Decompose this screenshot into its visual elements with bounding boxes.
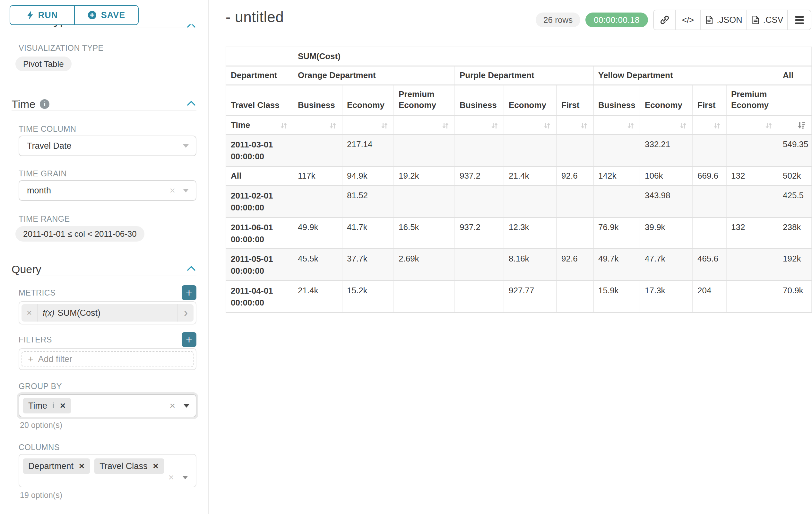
tag-label: Time xyxy=(28,401,47,411)
time-range-label: TIME RANGE xyxy=(19,214,196,224)
remove-metric-icon[interactable]: × xyxy=(22,304,37,322)
function-fx-icon: f(x) xyxy=(43,308,54,318)
time-column-value: Travel Date xyxy=(27,141,71,151)
pivot-value-cell: 465.6 xyxy=(693,249,726,281)
pivot-value-cell: 927.77 xyxy=(504,281,556,313)
columns-label: COLUMNS xyxy=(19,443,196,452)
sort-arrows-icon[interactable] xyxy=(580,120,589,130)
pivot-value-cell xyxy=(455,135,504,166)
caret-down-icon xyxy=(183,144,189,148)
time-grain-value: month xyxy=(27,186,51,196)
pivot-value-cell xyxy=(726,185,778,217)
remove-tag-icon[interactable]: ✕ xyxy=(60,402,66,410)
pivot-value-cell xyxy=(293,185,342,217)
row-count-badge: 26 rows xyxy=(536,12,580,27)
pivot-sort-cell xyxy=(556,116,593,135)
pivot-value-cell: 16.5k xyxy=(394,217,455,249)
sort-arrows-icon[interactable] xyxy=(328,120,337,130)
pivot-class-header: Economy xyxy=(640,85,693,116)
pivot-department-row-label: Department xyxy=(226,66,293,85)
remove-tag-icon[interactable]: ✕ xyxy=(79,462,85,470)
view-query-button[interactable]: </> xyxy=(676,10,701,30)
time-range-pill[interactable]: 2011-01-01 ≤ col < 2011-06-30 xyxy=(16,226,144,242)
group-by-select[interactable]: Time i ✕ × xyxy=(19,394,196,417)
pivot-value-cell: 49.7k xyxy=(593,249,640,281)
pivot-value-cell: 106k xyxy=(640,166,693,185)
pivot-sort-cell xyxy=(726,116,778,135)
share-link-button[interactable] xyxy=(654,10,676,30)
run-button[interactable]: RUN xyxy=(10,6,74,24)
sort-arrows-icon[interactable] xyxy=(713,120,722,130)
pivot-class-header: Premium Economy xyxy=(726,85,778,116)
x-clear-icon[interactable]: × xyxy=(170,186,175,195)
pivot-value-cell xyxy=(504,135,556,166)
pivot-table: SUM(Cost)DepartmentOrange DepartmentPurp… xyxy=(226,47,812,313)
pivot-sort-cell xyxy=(593,116,640,135)
add-metric-button[interactable]: + xyxy=(182,285,196,300)
pivot-class-header: Business xyxy=(455,85,504,116)
sort-arrows-icon[interactable] xyxy=(679,120,688,130)
metric-chip[interactable]: × f(x) SUM(Cost) › xyxy=(22,304,194,322)
divider xyxy=(11,110,196,111)
sort-arrows-icon[interactable] xyxy=(626,120,635,130)
export-csv-button[interactable]: .CSV xyxy=(747,10,788,30)
group-by-tag[interactable]: Time i ✕ xyxy=(23,398,71,413)
expand-metric-icon[interactable]: › xyxy=(177,304,194,322)
sort-arrows-icon[interactable] xyxy=(490,120,499,130)
pivot-class-header: Economy xyxy=(504,85,556,116)
viz-type-pill[interactable]: Pivot Table xyxy=(16,57,71,71)
sort-arrows-icon[interactable] xyxy=(441,120,450,130)
pivot-sort-cell xyxy=(455,116,504,135)
pivot-department-header: Purple Department xyxy=(455,66,593,85)
sidebar-scroll-area[interactable]: Chart Type VISUALIZATION TYPE Pivot Tabl… xyxy=(0,0,207,514)
sort-arrows-icon[interactable] xyxy=(380,120,389,130)
columns-tag[interactable]: Travel Class ✕ xyxy=(94,458,164,474)
time-column-select[interactable]: Travel Date xyxy=(19,136,196,156)
chart-title[interactable]: - untitled xyxy=(226,8,284,26)
more-options-button[interactable] xyxy=(788,10,811,30)
pivot-sort-cell xyxy=(640,116,693,135)
pivot-department-header: All xyxy=(778,66,811,85)
pivot-value-cell: 549.35 xyxy=(778,135,811,166)
pivot-value-cell xyxy=(455,185,504,217)
add-filter-dropzone[interactable]: + Add filter xyxy=(22,351,194,367)
sort-arrows-icon[interactable] xyxy=(543,120,552,130)
columns-select[interactable]: Department ✕ Travel Class ✕ × xyxy=(19,454,196,487)
columns-tag[interactable]: Department ✕ xyxy=(23,458,90,474)
time-sort-cell: Time xyxy=(231,120,288,130)
pivot-sort-cell xyxy=(693,116,726,135)
pivot-row: 2011-03-01 00:00:00217.14332.21549.35 xyxy=(226,135,811,166)
pivot-row: 2011-06-01 00:00:0049.9k41.7k16.5k937.21… xyxy=(226,217,811,249)
pivot-class-header: Premium Economy xyxy=(394,85,455,116)
pivot-value-cell: 332.21 xyxy=(640,135,693,166)
pivot-corner-cell xyxy=(226,47,293,66)
export-button-group: </> .JSON .CSV xyxy=(653,10,811,30)
pivot-value-cell: 132 xyxy=(726,166,778,185)
sort-arrows-icon[interactable] xyxy=(279,120,288,130)
info-icon: i xyxy=(40,99,50,109)
pivot-value-cell: 142k xyxy=(593,166,640,185)
export-json-button[interactable]: .JSON xyxy=(701,10,747,30)
x-clear-icon[interactable]: × xyxy=(168,472,174,482)
pivot-value-cell: 76.9k xyxy=(593,217,640,249)
pivot-sort-cell xyxy=(394,116,455,135)
pivot-row: 2011-05-01 00:00:0045.5k37.7k2.69k8.16k9… xyxy=(226,249,811,281)
sort-arrows-icon[interactable] xyxy=(764,120,773,130)
pivot-value-cell: 343.98 xyxy=(640,185,693,217)
sidebar-action-bar: RUN SAVE xyxy=(0,0,207,24)
chevron-up-icon[interactable] xyxy=(186,100,196,108)
file-csv-icon xyxy=(750,15,760,25)
sort-descending-icon[interactable] xyxy=(797,120,807,130)
pivot-value-cell xyxy=(593,185,640,217)
file-json-icon xyxy=(704,15,714,25)
save-button[interactable]: SAVE xyxy=(74,6,138,24)
x-clear-icon[interactable]: × xyxy=(170,401,175,410)
pivot-value-cell: 17.3k xyxy=(640,281,693,313)
pivot-class-header: Business xyxy=(593,85,640,116)
result-toolbar: 26 rows 00:00:00.18 </> .JSON . xyxy=(536,10,811,30)
remove-tag-icon[interactable]: ✕ xyxy=(152,462,158,470)
pivot-value-cell: 81.52 xyxy=(342,185,394,217)
time-grain-select[interactable]: month × xyxy=(19,180,196,201)
add-filter-button[interactable]: + xyxy=(182,332,196,347)
chevron-up-icon[interactable] xyxy=(186,265,196,273)
